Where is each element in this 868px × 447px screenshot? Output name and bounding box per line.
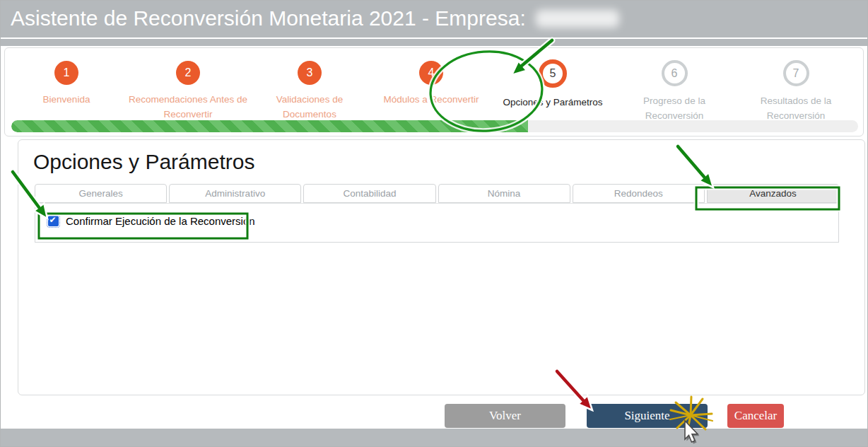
wizard-window: Asistente de Reconversión Monetaria 2021…: [0, 0, 868, 447]
step-8-fin: 8 Fin de la Reconversión: [857, 59, 868, 123]
volver-button[interactable]: Volver: [445, 404, 565, 428]
wizard-progress-bar: [11, 120, 858, 132]
step-indicator-row: 1 Bienvenida 2 Recomendaciones Antes de …: [6, 59, 862, 123]
tab-redondeos[interactable]: Redondeos: [573, 184, 705, 203]
page-title: Asistente de Reconversión Monetaria 2021…: [11, 6, 619, 30]
step-4-circle: 4: [419, 61, 443, 85]
step-6-circle: 6: [662, 60, 688, 86]
step-7-circle: 7: [783, 60, 809, 86]
step-3-label: Validaciones de Documentos: [249, 92, 370, 122]
avanzados-tab-panel: Confirmar Ejecución de la Reconversión: [35, 203, 839, 243]
confirm-reconversion-checkbox[interactable]: [48, 216, 59, 226]
footer-strip: [1, 429, 867, 446]
tab-contabilidad[interactable]: Contabilidad: [303, 184, 435, 203]
tab-nomina[interactable]: Nómina: [438, 184, 570, 203]
siguiente-button[interactable]: Siguiente: [587, 404, 708, 428]
step-8-label: Fin de la Reconversión: [857, 93, 868, 108]
options-tab-bar: Generales Administrativo Contabilidad Nó…: [35, 184, 839, 203]
step-1-label: Bienvenida: [6, 92, 127, 107]
step-6-label: Progreso de la Reconversión: [614, 93, 735, 123]
step-2-recomendaciones: 2 Recomendaciones Antes de Reconvertir: [127, 59, 249, 123]
page-title-text: Asistente de Reconversión Monetaria 2021…: [11, 6, 526, 30]
header-divider: [1, 37, 867, 39]
tab-generales[interactable]: Generales: [35, 184, 167, 203]
tab-avanzados[interactable]: Avanzados: [707, 184, 839, 203]
step-2-label: Recomendaciones Antes de Reconvertir: [127, 92, 249, 122]
section-title: Opciones y Parámetros: [33, 150, 864, 174]
step-5-circle: 5: [539, 59, 567, 88]
tab-administrativo[interactable]: Administrativo: [169, 184, 301, 203]
step-6-progreso: 6 Progreso de la Reconversión: [614, 59, 735, 123]
step-5-opciones: 5 Opciones y Parámetros: [492, 59, 614, 123]
wizard-steps-card: 1 Bienvenida 2 Recomendaciones Antes de …: [4, 47, 864, 137]
step-7-label: Resultados de la Reconversión: [735, 93, 857, 123]
wizard-progress-fill: [11, 120, 528, 132]
cancelar-button[interactable]: Cancelar: [727, 404, 784, 428]
step-4-modulos: 4 Módulos a Reconvertir: [370, 59, 492, 123]
confirm-reconversion-row: Confirmar Ejecución de la Reconversión: [35, 204, 838, 227]
step-5-label: Opciones y Parámetros: [492, 95, 614, 110]
step-4-label: Módulos a Reconvertir: [370, 92, 492, 107]
company-name-redacted: [536, 10, 619, 28]
step-2-circle: 2: [176, 61, 200, 85]
step-1-circle: 1: [54, 61, 78, 85]
step-1-bienvenida: 1 Bienvenida: [6, 59, 127, 123]
step-3-circle: 3: [298, 61, 322, 85]
step-7-resultados: 7 Resultados de la Reconversión: [735, 59, 857, 123]
options-card: Opciones y Parámetros Generales Administ…: [18, 139, 865, 395]
header-bar: Asistente de Reconversión Monetaria 2021…: [1, 1, 867, 46]
step-3-validaciones: 3 Validaciones de Documentos: [249, 59, 370, 123]
confirm-reconversion-label[interactable]: Confirmar Ejecución de la Reconversión: [66, 215, 255, 227]
